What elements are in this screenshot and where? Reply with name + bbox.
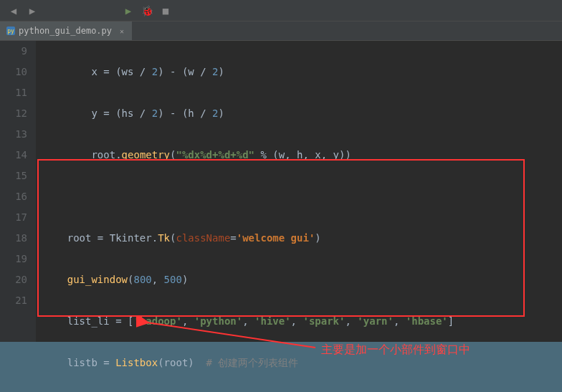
code-line: root.geometry("%dx%d+%d+%d" % (w, h, x, …	[43, 145, 562, 166]
nav-back-icon[interactable]: ◀	[7, 4, 20, 17]
code-line: gui_window(800, 500)	[43, 269, 562, 290]
file-tab[interactable]: py python_gui_demo.py ✕	[0, 21, 133, 40]
stop-icon[interactable]: ■	[159, 4, 172, 17]
tab-filename: python_gui_demo.py	[19, 26, 112, 36]
toolbar: ◀ ▶ ▶ 🐞 ■	[0, 0, 562, 21]
code-line: listb = Listbox(root) # 创建两个列表组件	[43, 353, 562, 373]
line-number: 15	[0, 166, 27, 186]
tab-bar: py python_gui_demo.py ✕	[0, 21, 562, 41]
python-file-icon: py	[6, 26, 16, 36]
debug-icon[interactable]: 🐞	[140, 4, 153, 17]
close-icon[interactable]: ✕	[118, 27, 126, 35]
svg-text:py: py	[7, 28, 14, 34]
line-number: 10	[0, 62, 27, 82]
line-number: 21	[0, 290, 27, 311]
nav-fwd-icon[interactable]: ▶	[26, 4, 39, 17]
line-number: 18	[0, 228, 27, 249]
run-icon[interactable]: ▶	[122, 4, 135, 17]
line-number: 16	[0, 186, 27, 207]
line-number: 14	[0, 145, 27, 166]
line-gutter: 9 10 11 12 13 14 15 16 17 18 19 20 21	[0, 41, 36, 342]
line-number: 20	[0, 269, 27, 290]
code-line	[43, 186, 562, 207]
line-number: 13	[0, 124, 27, 145]
line-number: 17	[0, 207, 27, 228]
line-number: 12	[0, 103, 27, 124]
annotation-label: 主要是加一个小部件到窗口中	[321, 343, 470, 358]
line-number: 19	[0, 249, 27, 269]
code-editor[interactable]: 9 10 11 12 13 14 15 16 17 18 19 20 21 x …	[0, 41, 562, 342]
code-line: x = (ws / 2) - (w / 2)	[43, 62, 562, 82]
code-area[interactable]: x = (ws / 2) - (w / 2) y = (hs / 2) - (h…	[36, 41, 562, 342]
line-number: 9	[0, 41, 27, 62]
line-number: 11	[0, 82, 27, 103]
code-line: root = Tkinter.Tk(className='welcome gui…	[43, 228, 562, 249]
code-line: list_li = ['hadoop', 'python', 'hive', '…	[43, 311, 562, 332]
code-line: y = (hs / 2) - (h / 2)	[43, 103, 562, 124]
